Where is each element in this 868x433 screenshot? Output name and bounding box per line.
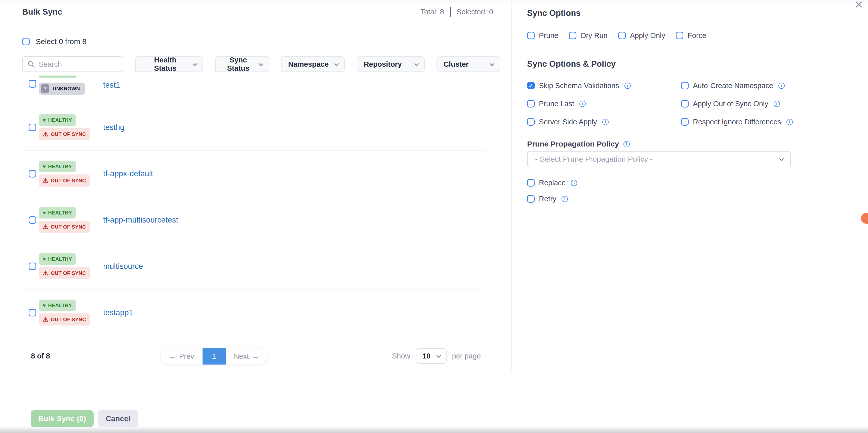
info-icon[interactable]: i [562,196,568,202]
panel-header: Bulk Sync Total: 8 Selected: 0 [22,7,493,17]
option-prune[interactable]: Prune [527,31,558,40]
right-arrow-icon: → [252,352,259,360]
filters-row: Health Status Sync Status Namespace Repo… [22,56,500,72]
app-link[interactable]: multisource [103,262,143,271]
app-checkbox[interactable] [29,80,36,88]
app-checkbox[interactable] [29,309,36,316]
option-apply-out-of-sync-only[interactable]: Apply Out of Sync Only i [681,100,868,108]
chevron-down-icon [259,61,263,66]
info-icon[interactable]: i [778,83,785,89]
page-title: Bulk Sync [22,7,62,17]
chevron-down-icon [436,353,441,358]
filter-cluster[interactable]: Cluster [436,56,500,72]
badge-column: ♥HEALTHY ⚠OUT OF SYNC [39,253,92,279]
retry-checkbox[interactable] [527,195,535,203]
app-link[interactable]: tf-app-multisourcetest [103,215,178,225]
option-retry[interactable]: Retry i [527,195,868,203]
badge-column: ♥HEALTHY ⚠OUT OF SYNC [39,161,92,186]
info-icon[interactable]: i [786,119,793,125]
skip-schema-validations-checkbox[interactable] [527,82,535,89]
server-side-apply-checkbox[interactable] [527,118,535,126]
prune-checkbox[interactable] [527,32,535,39]
app-list-panel: Bulk Sync Total: 8 Selected: 0 Select 0 … [0,0,512,433]
select-all-checkbox[interactable] [22,38,30,45]
filter-sync-status[interactable]: Sync Status [215,56,269,72]
apply-out-of-sync-only-checkbox[interactable] [681,100,689,108]
info-icon[interactable]: i [624,83,631,89]
app-list: ? UNKNOWN test1 ♥HEALTHY ⚠OUT OF SYNC te… [22,76,484,336]
option-apply-only[interactable]: Apply Only [618,31,665,40]
option-server-side-apply[interactable]: Server Side Apply i [527,118,681,126]
info-icon[interactable]: i [623,141,630,147]
health-badge: ♥HEALTHY [39,161,76,172]
prev-button[interactable]: ← Prev [160,348,203,365]
footer-divider [22,404,868,404]
page-size-select[interactable]: 10 [416,348,446,364]
auto-create-namespace-checkbox[interactable] [681,82,689,89]
sync-badge: ⚠OUT OF SYNC [39,221,90,233]
sync-badge: ⚠OUT OF SYNC [39,313,90,325]
option-prune-last[interactable]: Prune Last i [527,100,681,108]
app-link[interactable]: testapp1 [103,308,133,317]
prune-propagation-policy-label: Prune Propagation Policy i [527,140,868,148]
select-all-label: Select 0 from 8 [36,37,87,46]
page-count: 8 of 8 [31,352,50,360]
filter-health-status[interactable]: Health Status [135,56,203,72]
filter-repository[interactable]: Repository [357,56,425,72]
prune-last-checkbox[interactable] [527,100,535,108]
info-icon[interactable]: i [602,119,609,125]
basic-options-row: Prune Dry Run Apply Only Force [527,31,868,40]
option-dry-run[interactable]: Dry Run [569,31,607,40]
app-checkbox[interactable] [29,216,36,224]
info-icon[interactable]: i [580,101,586,107]
chevron-down-icon [779,156,784,161]
bottom-fade [0,427,868,433]
heart-icon: ♥ [43,164,46,169]
app-link[interactable]: testhg [103,123,124,132]
option-respect-ignore-differences[interactable]: Respect Ignore Differences i [681,118,868,126]
selected-count: Selected: 0 [457,8,493,16]
option-force[interactable]: Force [676,31,706,40]
app-row: ♥HEALTHY ⚠OUT OF SYNC testapp1 [22,289,484,336]
sync-policy-title: Sync Options & Policy [527,59,868,69]
option-skip-schema-validations[interactable]: Skip Schema Validations i [527,82,681,90]
row-divider [24,336,484,336]
select-all[interactable]: Select 0 from 8 [22,37,87,46]
respect-ignore-differences-checkbox[interactable] [681,118,689,126]
app-checkbox[interactable] [29,263,36,270]
prune-propagation-policy-select[interactable]: - Select Prune Propagation Policy - [527,151,791,167]
page-1-button[interactable]: 1 [203,348,226,365]
warning-icon: ⚠ [43,224,48,230]
search-box[interactable] [22,56,123,72]
app-link[interactable]: tf-appx-default [103,169,153,178]
filter-namespace[interactable]: Namespace [281,56,345,72]
totals-separator [450,7,451,17]
info-icon[interactable]: i [774,101,780,107]
app-link[interactable]: test1 [103,81,120,90]
sync-badge: ⚠OUT OF SYNC [39,174,90,186]
bulk-sync-button[interactable]: Bulk Sync (0) [31,410,94,427]
warning-icon: ⚠ [43,270,48,276]
next-button[interactable]: Next → [226,348,268,365]
close-icon[interactable]: × [855,0,863,11]
health-badge: ♥HEALTHY [39,114,76,126]
heart-icon: ♥ [43,210,46,216]
apply-only-checkbox[interactable] [618,32,626,39]
option-auto-create-namespace[interactable]: Auto-Create Namespace i [681,82,868,90]
warning-icon: ⚠ [43,177,48,183]
app-checkbox[interactable] [29,170,36,177]
chevron-down-icon [334,61,339,66]
app-checkbox[interactable] [29,124,36,131]
search-input[interactable] [23,57,123,71]
notification-dot[interactable] [861,213,868,224]
force-checkbox[interactable] [676,32,683,39]
pagination-row: 8 of 8 ← Prev 1 Next → Show 10 per page [22,347,484,365]
replace-checkbox[interactable] [527,179,535,186]
dry-run-checkbox[interactable] [569,32,577,39]
option-replace[interactable]: Replace i [527,179,868,187]
show-label: Show [392,352,410,360]
cancel-button[interactable]: Cancel [98,410,138,427]
info-icon[interactable]: i [571,180,577,186]
health-badge: ♥HEALTHY [39,207,76,219]
warning-icon: ⚠ [43,131,48,137]
